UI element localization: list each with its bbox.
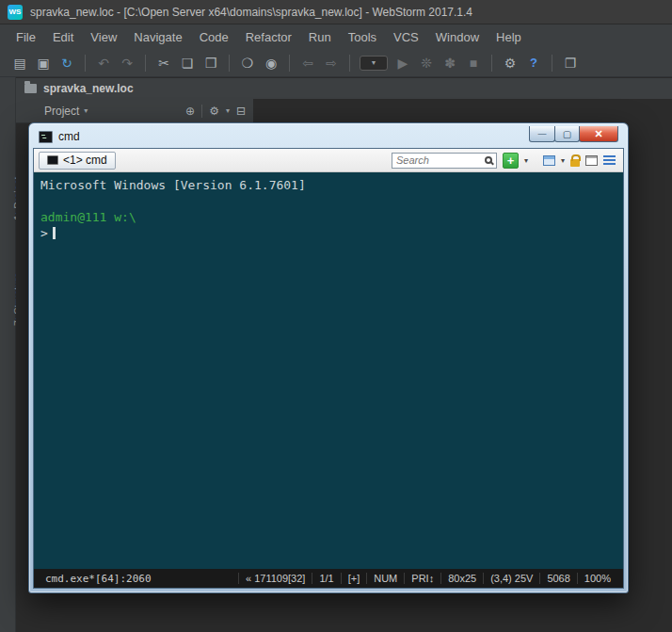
replace-icon[interactable]: ◉ (263, 55, 280, 72)
status-zoom: 100% (577, 573, 617, 584)
search-input[interactable] (396, 154, 485, 166)
status-priority: PRI↕ (404, 573, 440, 584)
webstorm-logo-icon: WS (8, 5, 23, 20)
cut-icon[interactable]: ✂ (155, 55, 172, 72)
toolbar-separator (85, 55, 86, 72)
window-title: spravka_new.loc - [C:\Open Server x64\do… (30, 6, 472, 19)
menu-item-window[interactable]: Window (427, 27, 488, 47)
status-build: « 171109[32] (238, 573, 312, 584)
header-divider (201, 105, 202, 118)
toolbar-separator (229, 55, 230, 72)
run-config-combo[interactable]: ▼ (360, 56, 388, 71)
conemu-title-bar[interactable]: cmd (39, 127, 80, 146)
terminal-prompt-line: > (40, 225, 616, 241)
chevron-down-icon[interactable]: ▾ (226, 106, 230, 115)
open-in-browser-icon[interactable]: ❐ (562, 55, 579, 72)
menu-item-edit[interactable]: Edit (44, 27, 82, 47)
terminal-prompt-user: admin@111 w:\ (40, 209, 616, 225)
paste-icon[interactable]: ❒ (202, 55, 219, 72)
conemu-client: <1> cmd + ▾ ▾ Microsoft Windows [Version… (33, 148, 624, 589)
tab-label: <1> cmd (63, 154, 107, 167)
terminal-line: Microsoft Windows [Version 6.1.7601] (40, 177, 616, 193)
status-cursor-pos: (3,4) 25V (483, 573, 539, 584)
menu-item-code[interactable]: Code (191, 27, 237, 47)
settings-icon[interactable]: ⚙ (502, 55, 519, 72)
menu-item-refactor[interactable]: Refactor (237, 27, 300, 47)
terminal-blank-line (40, 193, 616, 209)
status-numlock: NUM (366, 573, 404, 584)
status-console-index: 1/1 (312, 573, 340, 584)
menu-item-tools[interactable]: Tools (340, 27, 385, 47)
status-plus: [+] (341, 573, 367, 584)
status-console-size: 80x25 (440, 573, 483, 584)
locate-icon[interactable]: ⊕ (185, 105, 195, 118)
search-icon[interactable] (485, 156, 492, 164)
prompt-char: > (40, 226, 48, 240)
breadcrumb[interactable]: spravka_new.loc (43, 82, 134, 95)
view-mode-icon[interactable] (543, 155, 555, 166)
run-icon[interactable]: ▶ (394, 55, 411, 72)
coverage-icon[interactable]: ✽ (441, 55, 458, 72)
conemu-window: cmd — ▢ ✕ <1> cmd + ▾ (28, 122, 629, 593)
tab-cmd[interactable]: <1> cmd (39, 152, 116, 170)
undo-icon[interactable]: ↶ (95, 55, 112, 72)
maximize-button[interactable]: ▢ (554, 126, 580, 142)
screen: WS spravka_new.loc - [C:\Open Server x64… (0, 0, 672, 632)
caption-buttons: — ▢ ✕ (530, 126, 618, 142)
lock-icon[interactable] (570, 159, 580, 167)
sync-icon[interactable]: ↻ (58, 55, 75, 72)
minimize-button[interactable]: — (529, 126, 555, 142)
open-icon[interactable]: ▤ (11, 55, 28, 72)
back-icon[interactable]: ⇦ (299, 55, 316, 72)
menu-icon[interactable] (603, 155, 618, 165)
main-toolbar: ▤ ▣ ↻ ↶ ↷ ✂ ❏ ❒ ❍ ◉ ⇦ ⇨ ▼ ▶ ❊ ✽ ■ ⚙ ? ❐ (0, 49, 672, 77)
console-icon (47, 155, 58, 165)
debug-icon[interactable]: ❊ (418, 55, 435, 72)
collapse-all-icon[interactable]: ⊟ (236, 105, 246, 118)
project-panel-title[interactable]: Project (44, 105, 79, 118)
redo-icon[interactable]: ↷ (119, 55, 136, 72)
chevron-down-icon[interactable]: ▾ (84, 106, 88, 115)
menu-item-navigate[interactable]: Navigate (125, 27, 190, 47)
conemu-title: cmd (58, 130, 80, 143)
find-icon[interactable]: ❍ (239, 55, 256, 72)
menu-item-run[interactable]: Run (300, 27, 340, 47)
toolbar-separator (552, 55, 552, 72)
gear-icon[interactable]: ⚙ (209, 105, 219, 118)
copy-icon[interactable]: ❏ (179, 55, 196, 72)
menu-item-view[interactable]: View (82, 27, 125, 47)
toolbar-separator (349, 55, 350, 72)
toolbar-separator (491, 55, 492, 72)
menu-item-file[interactable]: File (8, 27, 44, 47)
stop-icon[interactable]: ■ (465, 55, 482, 72)
search-box[interactable] (392, 153, 497, 169)
terminal-cursor (53, 227, 56, 239)
chevron-down-icon[interactable]: ▾ (524, 156, 528, 165)
forward-icon[interactable]: ⇨ (323, 55, 340, 72)
menu-item-help[interactable]: Help (488, 27, 530, 47)
tool-window-stripe: 1: Project 7: Structure (0, 77, 16, 632)
menu-bar: File Edit View Navigate Code Refactor Ru… (0, 24, 672, 49)
close-button[interactable]: ✕ (579, 126, 618, 142)
navigation-bar: spravka_new.loc (0, 78, 672, 99)
project-panel-header: Project ▾ ⊕ ⚙ ▾ ⊟ (16, 99, 253, 123)
console-icon (39, 131, 53, 143)
status-process: cmd.exe*[64]:2060 (40, 573, 157, 585)
new-console-button[interactable]: + (503, 153, 519, 169)
toolbar-separator (289, 55, 290, 72)
conemu-status-bar: cmd.exe*[64]:2060 « 171109[32] 1/1 [+] N… (34, 569, 623, 588)
folder-icon (24, 84, 37, 93)
conemu-tab-bar: <1> cmd + ▾ ▾ (34, 149, 623, 172)
ide-title-bar: WS spravka_new.loc - [C:\Open Server x64… (0, 0, 672, 24)
window-frame-icon[interactable] (585, 155, 598, 166)
chevron-down-icon[interactable]: ▾ (561, 156, 565, 165)
terminal-area[interactable]: Microsoft Windows [Version 6.1.7601] adm… (34, 172, 623, 569)
status-memory: 5068 (539, 573, 576, 584)
menu-item-vcs[interactable]: VCS (385, 27, 427, 47)
help-icon[interactable]: ? (525, 55, 542, 72)
save-icon[interactable]: ▣ (35, 55, 52, 72)
toolbar-separator (145, 55, 146, 72)
